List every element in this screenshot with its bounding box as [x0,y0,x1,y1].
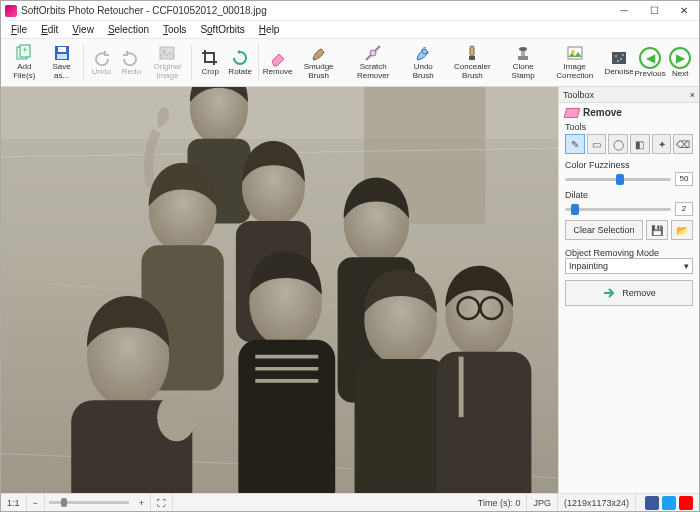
tool-deselect[interactable]: ⌫ [673,134,693,154]
zoom-out-button[interactable]: − [27,494,45,511]
facebook-icon[interactable] [645,496,659,510]
time-label: Time (s): 0 [472,494,528,511]
arrow-right-icon [602,286,616,300]
tools-label: Tools [565,122,693,132]
svg-point-7 [163,50,166,53]
dimensions-label: (1219x1173x24) [558,494,636,511]
tool-rect-select[interactable]: ▭ [587,134,607,154]
concealer-brush-button[interactable]: Concealer Brush [444,41,500,84]
svg-rect-5 [57,54,67,59]
previous-button[interactable]: ◀Previous [635,41,666,84]
original-image-button[interactable]: Original Image [146,41,188,84]
previous-icon: ◀ [639,47,661,69]
remove-action-button[interactable]: Remove [565,280,693,306]
toolbox-header: Toolbox × [559,87,699,103]
youtube-icon[interactable] [679,496,693,510]
status-bar: 1:1 − + ⛶ Time (s): 0 JPG (1219x1173x24) [1,493,699,511]
menu-help[interactable]: Help [253,22,286,37]
zoom-slider[interactable] [45,494,133,511]
menu-view[interactable]: View [66,22,100,37]
fuzziness-value[interactable]: 50 [675,172,693,186]
tool-marker[interactable]: ✎ [565,134,585,154]
scratch-remover-button[interactable]: Scratch Remover [344,41,402,84]
save-selection-button[interactable]: 💾 [646,220,668,240]
clone-stamp-button[interactable]: Clone Stamp [501,41,546,84]
image-correction-button[interactable]: Image Correction [546,41,604,84]
toolbox-section-title: Remove [565,107,693,118]
svg-point-20 [622,54,624,56]
menu-selection[interactable]: Selection [102,22,155,37]
svg-rect-51 [1,87,558,493]
svg-point-13 [519,47,527,51]
menu-edit[interactable]: Edit [35,22,64,37]
rotate-icon [231,49,249,67]
eraser-icon [269,49,287,67]
load-selection-button[interactable]: 📂 [671,220,693,240]
crop-button[interactable]: Crop [195,41,225,84]
clear-selection-button[interactable]: Clear Selection [565,220,643,240]
add-files-button[interactable]: +Add File(s) [5,41,44,84]
toolbar: +Add File(s) Save as... Undo Redo Origin… [1,39,699,87]
app-window: SoftOrbits Photo Retoucher - CCF01052012… [0,0,700,512]
add-files-icon: + [15,44,33,62]
svg-point-18 [620,58,622,60]
content-area: Toolbox × Remove Tools ✎ ▭ ◯ ◧ ✦ ⌫ Color… [1,87,699,493]
tool-color-select[interactable]: ◧ [630,134,650,154]
remove-button[interactable]: Remove [262,41,293,84]
zoom-ratio[interactable]: 1:1 [1,494,27,511]
svg-point-19 [617,60,619,62]
minimize-button[interactable]: ─ [609,1,639,21]
dilate-value[interactable]: 2 [675,202,693,216]
svg-point-15 [571,50,575,54]
menu-tools[interactable]: Tools [157,22,192,37]
smudge-brush-button[interactable]: Smudge Brush [293,41,344,84]
save-icon [53,44,71,62]
app-icon [5,5,17,17]
redo-button[interactable]: Redo [116,41,146,84]
undo-brush-icon [414,44,432,62]
chevron-down-icon: ▾ [684,261,689,271]
svg-rect-9 [470,46,474,56]
fit-button[interactable]: ⛶ [151,494,173,511]
save-as-button[interactable]: Save as... [44,41,80,84]
maximize-button[interactable]: ☐ [639,1,669,21]
dilate-label: Dilate [565,190,693,200]
twitter-icon[interactable] [662,496,676,510]
undo-button[interactable]: Undo [86,41,116,84]
photo-image [1,87,558,493]
eraser-icon [564,108,581,118]
zoom-in-button[interactable]: + [133,494,151,511]
toolbox-panel: Toolbox × Remove Tools ✎ ▭ ◯ ◧ ✦ ⌫ Color… [559,87,699,493]
svg-rect-14 [568,47,582,59]
image-correction-icon [566,44,584,62]
svg-rect-11 [518,56,528,60]
rotate-button[interactable]: Rotate [225,41,255,84]
denoise-icon [610,49,628,67]
svg-rect-16 [612,52,626,64]
menu-file[interactable]: File [5,22,33,37]
toolbox-close-icon[interactable]: × [690,90,695,100]
undo-icon [92,49,110,67]
fuzziness-slider[interactable]: 50 [565,172,693,186]
image-canvas[interactable] [1,87,559,493]
menu-softorbits[interactable]: SoftOrbits [194,22,250,37]
mode-value: Inpainting [569,261,608,271]
menu-bar: File Edit View Selection Tools SoftOrbit… [1,21,699,39]
close-button[interactable]: ✕ [669,1,699,21]
tool-freeform[interactable]: ◯ [608,134,628,154]
tool-magic-wand[interactable]: ✦ [652,134,672,154]
svg-rect-10 [469,56,475,60]
tool-row: ✎ ▭ ◯ ◧ ✦ ⌫ [565,134,693,154]
svg-text:+: + [23,45,28,55]
svg-point-8 [370,50,376,56]
denoise-button[interactable]: Denoise [604,41,635,84]
svg-rect-4 [58,47,66,52]
next-button[interactable]: ▶Next [666,41,695,84]
next-icon: ▶ [669,47,691,69]
mode-combobox[interactable]: Inpainting ▾ [565,258,693,274]
title-bar: SoftOrbits Photo Retoucher - CCF01052012… [1,1,699,21]
dilate-slider[interactable]: 2 [565,202,693,216]
format-label: JPG [527,494,558,511]
undo-brush-button[interactable]: Undo Brush [402,41,444,84]
smudge-icon [310,44,328,62]
